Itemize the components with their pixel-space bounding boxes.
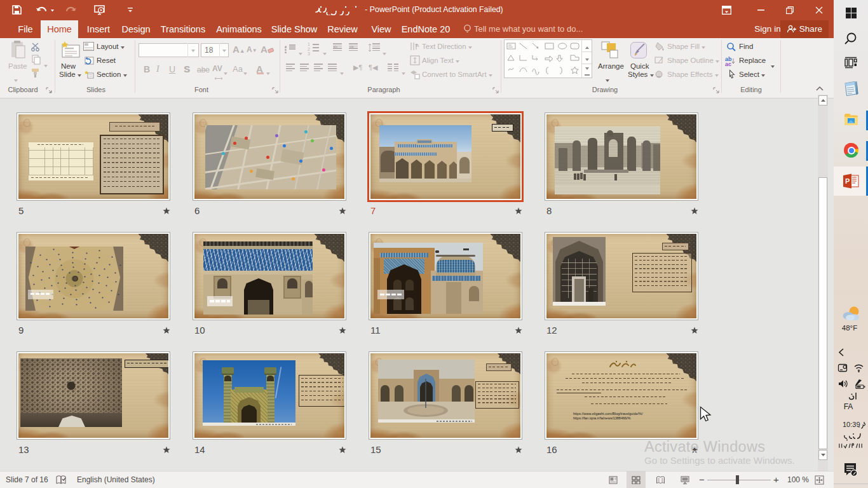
svg-text:A: A xyxy=(416,43,419,48)
svg-text:ac: ac xyxy=(725,61,731,66)
svg-text:P: P xyxy=(845,177,850,185)
